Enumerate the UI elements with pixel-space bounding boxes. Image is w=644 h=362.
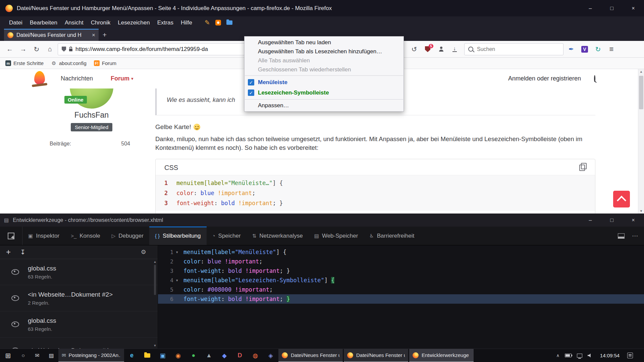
network-icon[interactable] — [577, 354, 582, 358]
start-button[interactable]: ⊞ — [0, 349, 16, 362]
menu-item-menüleiste[interactable]: ✓Menüleiste — [245, 77, 404, 87]
taskbar-pin-app-azure[interactable]: ◆ — [217, 349, 232, 362]
taskbar-pin-app-green[interactable]: ● — [186, 349, 201, 362]
page-scrollbar[interactable]: ▲ ▼ — [638, 69, 644, 214]
volume-icon[interactable] — [588, 354, 592, 358]
taskbar-window-button[interactable]: Datei/Neues Fenster u… — [344, 349, 408, 362]
devtools-tab-debugger[interactable]: ▷Debugger — [106, 227, 149, 245]
copy-icon[interactable] — [579, 165, 585, 171]
style-editor[interactable]: 1▾menuitem[label="Menüleiste"] {2color: … — [158, 245, 644, 349]
new-stylesheet-button[interactable]: + — [6, 247, 11, 257]
settings-gear-icon[interactable]: ⚙ — [141, 248, 146, 256]
devtools-tab-speicher[interactable]: ◔Speicher — [207, 227, 247, 245]
taskbar-window-button[interactable]: Entwicklerwerkzeuge … — [409, 349, 474, 362]
visibility-eye-icon[interactable] — [11, 269, 19, 275]
sidebar-scrollbar[interactable]: ▲ ▼ — [153, 260, 157, 347]
taskbar-pin-edge[interactable]: e — [124, 349, 140, 362]
adblock-extension-button[interactable]: 5 — [422, 44, 433, 55]
menubar-item-ansicht[interactable]: Ansicht — [61, 19, 87, 26]
maximize-button[interactable]: □ — [601, 214, 623, 227]
devtools-tab-netzwerkanalyse[interactable]: ⇅Netzwerkanalyse — [247, 227, 309, 245]
taskbar-photos-icon[interactable]: ▨ — [44, 349, 58, 362]
reload-button[interactable]: ↻ — [31, 44, 42, 55]
taskbar-pin-app-blue[interactable]: ▣ — [155, 349, 170, 362]
forum-search-button[interactable] — [594, 76, 595, 82]
folder-icon[interactable] — [226, 20, 232, 25]
signin-link[interactable]: Anmelden oder registrieren — [508, 75, 581, 82]
fold-arrow-icon[interactable]: ▾ — [176, 278, 183, 283]
menu-item-anpassen[interactable]: Anpassen… — [245, 101, 404, 110]
taskbar-window-button[interactable]: Datei/Neues Fenster u… — [278, 349, 343, 362]
sync-extension-button[interactable]: ↻ — [592, 44, 604, 55]
devtools-tab-barrierefreiheit[interactable]: ♿Barrierefreiheit — [364, 227, 420, 245]
search-bar[interactable] — [464, 43, 564, 55]
nav-forum[interactable]: Forum▾ — [111, 75, 133, 82]
visibility-eye-icon[interactable] — [11, 295, 19, 301]
taskbar-pin-app-d[interactable]: D — [232, 349, 248, 362]
battery-icon[interactable] — [565, 354, 572, 357]
taskbar-window-button[interactable]: ✉ Posteingang - 2002An… — [58, 349, 124, 362]
note-extension-button[interactable]: ✒ — [566, 44, 577, 55]
account-button[interactable] — [435, 44, 447, 55]
menu-item-lesezeichen-symbolleiste[interactable]: ✓Lesezeichen-Symbolleiste — [245, 87, 404, 98]
fold-arrow-icon[interactable]: ▾ — [176, 250, 183, 254]
scrollbar-thumb[interactable] — [154, 265, 156, 295]
nav-nachrichten[interactable]: Nachrichten — [61, 75, 93, 82]
downloads-button[interactable]: ↓ — [449, 44, 460, 55]
scrollbar-up-icon[interactable]: ▲ — [638, 70, 644, 73]
taskbar-pin-app-orange[interactable]: ◉ — [170, 349, 186, 362]
bookmark-about-config[interactable]: ⚙about:config — [51, 60, 87, 66]
taskbar-mail-icon[interactable]: ✉ — [30, 349, 44, 362]
menu-item-ausgewählten-tab-als-lesezeichen-hinzufügen[interactable]: Ausgewählten Tab als Lesezeichen hinzufü… — [245, 47, 404, 56]
split-console-icon[interactable] — [618, 233, 625, 239]
hamburger-menu-button[interactable]: ≡ — [606, 44, 617, 55]
close-button[interactable]: × — [623, 214, 644, 227]
taskbar-pin-file-explorer[interactable] — [140, 349, 155, 362]
menubar-item-datei[interactable]: Datei — [5, 19, 26, 26]
stylesheet-item[interactable]: global.css63 Regeln. — [0, 311, 158, 338]
minimize-button[interactable]: – — [580, 0, 601, 16]
campfire-logo-icon[interactable] — [34, 71, 45, 84]
taskbar-pin-app-navy[interactable]: ◈ — [263, 349, 278, 362]
stylesheet-item[interactable]: <in Webseite…Dokument #2>2 Regeln. — [0, 285, 158, 311]
minimize-button[interactable]: – — [580, 214, 601, 227]
username[interactable]: FuchsFan — [55, 111, 128, 120]
orange-extension-icon[interactable] — [215, 20, 221, 25]
scrollbar-up-icon[interactable]: ▲ — [153, 260, 157, 263]
devtools-tab-stilbearbeitung[interactable]: { }Stilbearbeitung — [149, 227, 207, 245]
menubar-item-chronik[interactable]: Chronik — [87, 19, 114, 26]
clock[interactable]: 14:09:54 — [598, 353, 622, 358]
search-input[interactable] — [476, 46, 559, 53]
menu-item-ausgewählten-tab-neu-laden[interactable]: Ausgewählten Tab neu laden — [245, 38, 404, 47]
back-button[interactable]: ← — [4, 44, 15, 55]
visibility-eye-icon[interactable] — [11, 321, 19, 327]
tab-close-icon[interactable]: × — [92, 32, 95, 39]
menubar-item-lesezeichen[interactable]: Lesezeichen — [114, 19, 153, 26]
new-tab-button[interactable]: + — [99, 29, 111, 41]
import-stylesheet-button[interactable]: ↧ — [20, 248, 25, 256]
browser-tab[interactable]: Datei/Neues Fenster und H × — [4, 29, 99, 41]
pencil-icon[interactable]: ✎ — [205, 19, 210, 26]
stylesheet-item[interactable]: <in Webseite…Dokument #4> — [0, 338, 158, 349]
lock-icon[interactable] — [69, 49, 72, 51]
scrollbar-down-icon[interactable]: ▼ — [153, 344, 157, 347]
history-icon[interactable]: ↺ — [409, 44, 420, 55]
menubar-item-extras[interactable]: Extras — [154, 19, 177, 26]
tray-chevron-icon[interactable]: ∧ — [556, 353, 559, 358]
maximize-button[interactable]: □ — [601, 0, 623, 16]
menubar-item-hilfe[interactable]: Hilfe — [177, 19, 196, 26]
devtools-tab-inspektor[interactable]: ▣Inspektor — [22, 227, 65, 245]
stylesheet-item[interactable]: global.css63 Regeln. — [0, 259, 158, 285]
menubar-item-bearbeiten[interactable]: Bearbeiten — [26, 19, 61, 26]
v-extension-button[interactable]: V — [579, 44, 590, 55]
meatball-menu-icon[interactable]: ⋯ — [632, 232, 639, 240]
bookmark-forum[interactable]: F!Forum — [94, 60, 116, 66]
scrollbar-thumb[interactable] — [639, 76, 643, 109]
devtools-tab-web-speicher[interactable]: ▤Web-Speicher — [309, 227, 364, 245]
home-button[interactable]: ⌂ — [44, 44, 56, 55]
taskbar-search-icon[interactable]: ○ — [16, 349, 30, 362]
close-button[interactable]: × — [623, 0, 644, 16]
forward-button[interactable]: → — [17, 44, 29, 55]
bookmark-erste-schritte[interactable]: mErste Schritte — [5, 60, 44, 66]
taskbar-pin-app-round-orange[interactable]: ◍ — [248, 349, 263, 362]
